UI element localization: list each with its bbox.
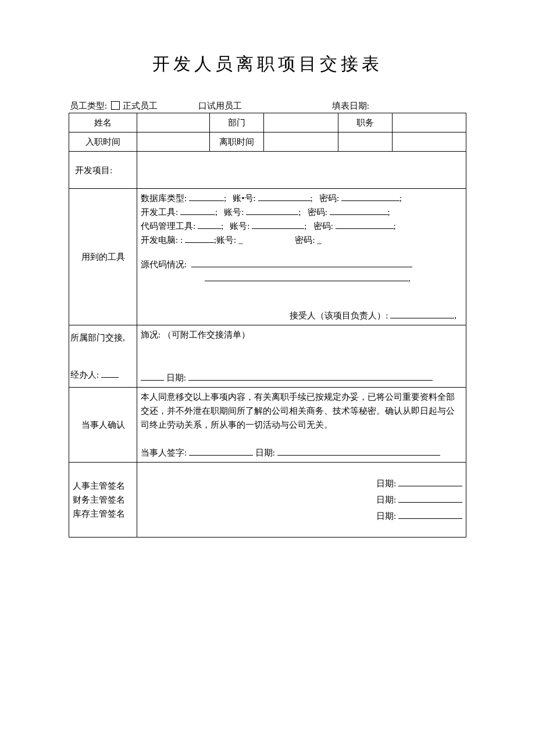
trial-employee-label: 口试用员工 <box>198 101 242 112</box>
confirm-body: 本人同意移交以上事项内容，有关离职手续已按规定办妥，已将公司重要资料全部交还，并… <box>137 388 466 463</box>
db-type-input[interactable] <box>189 200 224 201</box>
confirm-text: 本人同意移交以上事项内容，有关离职手续已按规定办妥，已将公司重要资料全部交还，并… <box>141 390 462 432</box>
dept-date-label: 日期: <box>166 373 186 382</box>
tools-label: 用到的工具 <box>69 189 137 325</box>
confirm-sig-label: 当事人签字: <box>141 448 187 457</box>
confirm-date-label: 日期: <box>255 448 275 457</box>
leave-date-input[interactable] <box>264 132 338 152</box>
db-pwd-input[interactable] <box>341 200 400 201</box>
header-row: 员工类型: 正式员工 口试用员工 填表日期: <box>69 101 466 112</box>
checkbox-formal-icon[interactable] <box>111 101 120 110</box>
dept-sig-input[interactable] <box>141 380 164 381</box>
dev-pwd-input[interactable] <box>330 214 388 215</box>
dev-pc-label: 开发电脑: : <box>141 235 183 245</box>
dev-tool-input[interactable] <box>180 214 215 215</box>
dev-account-input[interactable] <box>246 214 298 215</box>
sig-date-label-2: 日期: <box>376 495 396 504</box>
sig-date-label-1: 日期: <box>376 479 396 488</box>
table-row: 所属部门交接, 经办人: 斾况: （可附工作交接清单） 日期: <box>69 325 466 388</box>
recipient-label: 接受人（该项目负责人）: <box>290 311 388 320</box>
code-pwd-input[interactable] <box>336 228 394 229</box>
table-row: 开发项目: <box>69 152 466 189</box>
sig-date-label-3: 日期: <box>376 511 396 521</box>
project-label: 开发项目: <box>69 152 137 189</box>
src-status-input-1[interactable] <box>191 267 412 267</box>
dev-account-label: 账号: <box>224 207 244 217</box>
signatures-left: 人事主管签名财务主管签名库存主管签名 <box>69 463 137 538</box>
signatures-right: 日期: 日期: 日期: <box>137 463 466 538</box>
position-label: 职务 <box>338 113 393 132</box>
dept-date-input[interactable] <box>188 380 433 381</box>
formal-employee-label: 正式员工 <box>123 101 158 110</box>
code-account-input[interactable] <box>252 228 304 229</box>
db-account-input[interactable] <box>258 200 311 201</box>
dept-label: 部门 <box>210 113 264 132</box>
db-pwd-label: 密码: <box>319 194 339 203</box>
pc-pwd-label: 密码: <box>295 235 315 245</box>
src-status-input-2[interactable] <box>205 281 408 281</box>
dev-pc-input[interactable] <box>185 242 214 243</box>
sig-date-input-1[interactable] <box>398 486 462 486</box>
hire-date-input[interactable] <box>137 132 210 152</box>
dept-handover-note: 斾况: （可附工作交接清单） <box>141 328 462 342</box>
confirm-date-input[interactable] <box>277 455 440 456</box>
recipient-input[interactable] <box>390 318 454 318</box>
pc-account-label: 账号: <box>216 235 236 245</box>
project-input[interactable] <box>137 152 466 189</box>
handler-label: 经办人: <box>70 370 99 379</box>
table-row: 入职时间 离职时间 <box>69 132 466 152</box>
db-type-label: 数据库类型: <box>141 194 187 203</box>
dept-handover-body: 斾况: （可附工作交接清单） 日期: <box>137 325 466 388</box>
page-title: 开发人员离职项目交接表 <box>69 52 466 76</box>
table-row: 人事主管签名财务主管签名库存主管签名 日期: 日期: 日期: <box>69 463 466 538</box>
leave-date-label: 离职时间 <box>210 132 264 152</box>
dept-handover-label: 所属部门交接, <box>70 331 135 345</box>
table-row: 姓名 部门 职务 <box>69 113 466 132</box>
dev-pwd-label: 密码: <box>308 207 327 217</box>
sig-date-input-2[interactable] <box>398 502 462 503</box>
fill-date-label: 填表日期: <box>332 101 369 112</box>
sig-date-input-3[interactable] <box>398 518 462 519</box>
code-tool-input[interactable] <box>198 228 221 229</box>
employee-type-label: 员工类型: <box>70 101 107 110</box>
page: 开发人员离职项目交接表 员工类型: 正式员工 口试用员工 填表日期: 姓名 部门… <box>0 0 535 756</box>
name-input[interactable] <box>137 113 210 132</box>
table-row: 用到的工具 数据库类型: ; 账•号: ; 密码: ; 开发工具: ; 账号: … <box>69 189 466 325</box>
position-input[interactable] <box>393 113 466 132</box>
db-account-label: 账•号: <box>233 194 255 203</box>
dev-tool-label: 开发工具: <box>141 207 178 217</box>
code-account-label: 账号: <box>230 221 249 231</box>
blank-input[interactable] <box>393 132 466 152</box>
name-label: 姓名 <box>69 113 137 132</box>
confirm-label: 当事人确认 <box>69 388 137 463</box>
table-row: 当事人确认 本人同意移交以上事项内容，有关离职手续已按规定办妥，已将公司重要资料… <box>69 388 466 463</box>
hire-date-label: 入职时间 <box>69 132 137 152</box>
confirm-sig-input[interactable] <box>189 455 253 456</box>
handover-form-table: 姓名 部门 职务 入职时间 离职时间 开发项目: 用到的工具 数据库类型: <box>69 113 466 538</box>
tools-body: 数据库类型: ; 账•号: ; 密码: ; 开发工具: ; 账号: ; 密码: … <box>137 189 466 325</box>
dept-input[interactable] <box>264 113 338 132</box>
code-tool-label: 代码管理工具: <box>141 221 195 231</box>
dept-handover-left: 所属部门交接, 经办人: <box>69 325 137 388</box>
blank-label <box>338 132 393 152</box>
code-pwd-label: 密码: <box>313 221 333 231</box>
src-status-label: 源代码情况: <box>141 260 187 269</box>
handler-input[interactable] <box>101 377 119 378</box>
